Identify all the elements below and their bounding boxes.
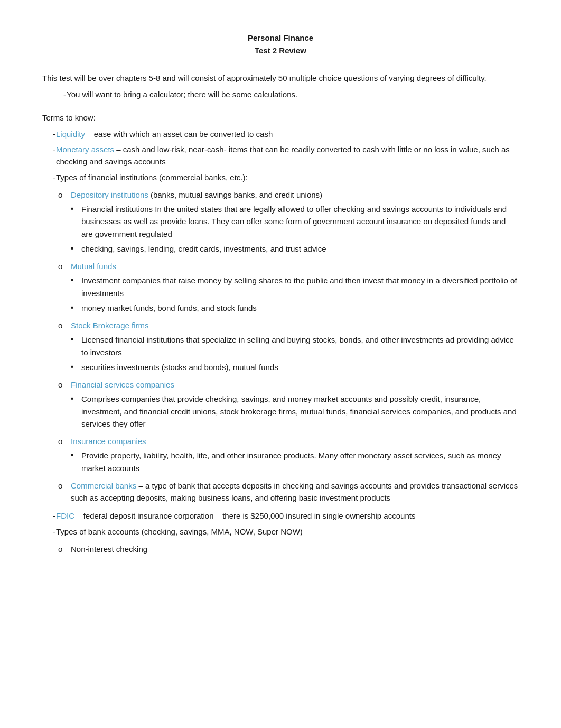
mutual-funds-bullet-2-text: money market funds, bond funds, and stoc… xyxy=(81,302,519,314)
fdic-text: FDIC – federal deposit insurance corpora… xyxy=(56,510,519,522)
monetary-assets-text: Monetary assets – cash and low-risk, nea… xyxy=(56,143,519,168)
dash-marker: - xyxy=(42,526,56,558)
dash-note-text: You will want to bring a calculator; the… xyxy=(67,88,519,100)
financial-types-intro: Types of financial institutions (commerc… xyxy=(56,171,519,507)
depository-bullet-1-text: Financial institutions In the united sta… xyxy=(81,203,519,240)
bullet-marker: ■ xyxy=(71,449,81,474)
liquidity-text: Liquidity – ease with which an asset can… xyxy=(56,128,519,140)
commercial-banks-term: Commercial banks xyxy=(71,481,136,490)
financial-services-content: Financial services companies ■ Comprises… xyxy=(71,379,519,432)
mutual-funds-bullet-1-text: Investment companies that raise money by… xyxy=(81,274,519,299)
title-line1: Personal Finance xyxy=(42,32,519,44)
depository-bullet-1: ■ Financial institutions In the united s… xyxy=(71,203,519,240)
o-marker: o xyxy=(56,435,71,477)
terms-label: Terms to know: xyxy=(42,112,519,124)
bullet-marker: ■ xyxy=(71,274,81,299)
depository-content: Depository institutions (banks, mutual s… xyxy=(71,189,519,257)
financial-services-bullet-1-text: Comprises companies that provide checkin… xyxy=(81,393,519,430)
mutual-funds-term: Mutual funds xyxy=(71,262,116,271)
monetary-assets-term: Monetary assets xyxy=(56,145,114,154)
monetary-assets-definition: – cash and low-risk, near-cash- items th… xyxy=(56,145,510,166)
bank-accounts-text: Types of bank accounts (checking, saving… xyxy=(56,526,519,558)
stock-brokerage-bullet-2: ■ securities investments (stocks and bon… xyxy=(71,361,519,373)
intro-dash-note: - You will want to bring a calculator; t… xyxy=(53,88,519,100)
o-marker: o xyxy=(56,189,71,257)
commercial-banks-suffix: – a type of bank that accepts deposits i… xyxy=(71,481,518,502)
depository-bullet-2: ■ checking, savings, lending, credit car… xyxy=(71,243,519,255)
o-item-mutual-funds: o Mutual funds ■ Investment companies th… xyxy=(56,260,519,317)
dash-marker: - xyxy=(42,143,56,168)
depository-bullet-2-text: checking, savings, lending, credit cards… xyxy=(81,243,519,255)
bullet-marker: ■ xyxy=(71,203,81,240)
depository-term: Depository institutions xyxy=(71,190,148,199)
o-item-financial-services: o Financial services companies ■ Compris… xyxy=(56,379,519,432)
liquidity-term: Liquidity xyxy=(56,130,85,139)
insurance-bullet-1-text: Provide property, liability, health, lif… xyxy=(81,449,519,474)
bullet-marker: ■ xyxy=(71,334,81,358)
bank-accounts-intro: Types of bank accounts (checking, saving… xyxy=(56,527,303,536)
mutual-funds-bullet-1: ■ Investment companies that raise money … xyxy=(71,274,519,299)
financial-types-section: - Types of financial institutions (comme… xyxy=(42,171,519,507)
o-marker: o xyxy=(56,379,71,432)
bullet-marker: ■ xyxy=(71,302,81,314)
dash-marker: - xyxy=(53,88,67,100)
term-fdic: - FDIC – federal deposit insurance corpo… xyxy=(42,510,519,522)
o-marker: o xyxy=(56,260,71,317)
fdic-definition: – federal deposit insurance corporation … xyxy=(74,511,415,520)
term-monetary-assets: - Monetary assets – cash and low-risk, n… xyxy=(42,143,519,168)
bullet-marker: ■ xyxy=(71,243,81,255)
bullet-marker: ■ xyxy=(71,361,81,373)
stock-brokerage-bullet-1: ■ Licensed financial institutions that s… xyxy=(71,334,519,358)
financial-types-intro-text: Types of financial institutions (commerc… xyxy=(56,173,248,182)
o-marker: o xyxy=(56,319,71,376)
o-item-non-interest: o Non-interest checking xyxy=(56,543,519,555)
bank-accounts-section: - Types of bank accounts (checking, savi… xyxy=(42,526,519,558)
fdic-term: FDIC xyxy=(56,511,74,520)
bullet-marker: ■ xyxy=(71,393,81,430)
financial-services-bullet-1: ■ Comprises companies that provide check… xyxy=(71,393,519,430)
page-title: Personal Finance Test 2 Review xyxy=(42,32,519,57)
mutual-funds-bullet-2: ■ money market funds, bond funds, and st… xyxy=(71,302,519,314)
dash-marker: - xyxy=(42,128,56,140)
commercial-banks-content: Commercial banks – a type of bank that a… xyxy=(71,480,519,504)
o-item-commercial-banks: o Commercial banks – a type of bank that… xyxy=(56,480,519,504)
stock-brokerage-term: Stock Brokerage firms xyxy=(71,321,149,330)
mutual-funds-content: Mutual funds ■ Investment companies that… xyxy=(71,260,519,317)
financial-services-term: Financial services companies xyxy=(71,380,174,389)
o-item-depository: o Depository institutions (banks, mutual… xyxy=(56,189,519,257)
o-item-stock-brokerage: o Stock Brokerage firms ■ Licensed finan… xyxy=(56,319,519,376)
stock-brokerage-bullet-1-text: Licensed financial institutions that spe… xyxy=(81,334,519,358)
stock-brokerage-content: Stock Brokerage firms ■ Licensed financi… xyxy=(71,319,519,376)
stock-brokerage-bullet-2-text: securities investments (stocks and bonds… xyxy=(81,361,519,373)
dash-marker: - xyxy=(42,171,56,507)
non-interest-text: Non-interest checking xyxy=(71,543,519,555)
liquidity-definition: – ease with which an asset can be conver… xyxy=(85,130,273,139)
page-header: Personal Finance Test 2 Review xyxy=(42,32,519,57)
o-marker: o xyxy=(56,480,71,504)
dash-marker: - xyxy=(42,510,56,522)
insurance-bullet-1: ■ Provide property, liability, health, l… xyxy=(71,449,519,474)
insurance-content: Insurance companies ■ Provide property, … xyxy=(71,435,519,477)
o-item-insurance: o Insurance companies ■ Provide property… xyxy=(56,435,519,477)
depository-suffix: (banks, mutual savings banks, and credit… xyxy=(148,190,322,199)
insurance-term: Insurance companies xyxy=(71,437,146,446)
title-line2: Test 2 Review xyxy=(42,44,519,57)
term-liquidity: - Liquidity – ease with which an asset c… xyxy=(42,128,519,140)
intro-paragraph: This test will be over chapters 5-8 and … xyxy=(42,72,519,84)
o-marker: o xyxy=(56,543,71,555)
